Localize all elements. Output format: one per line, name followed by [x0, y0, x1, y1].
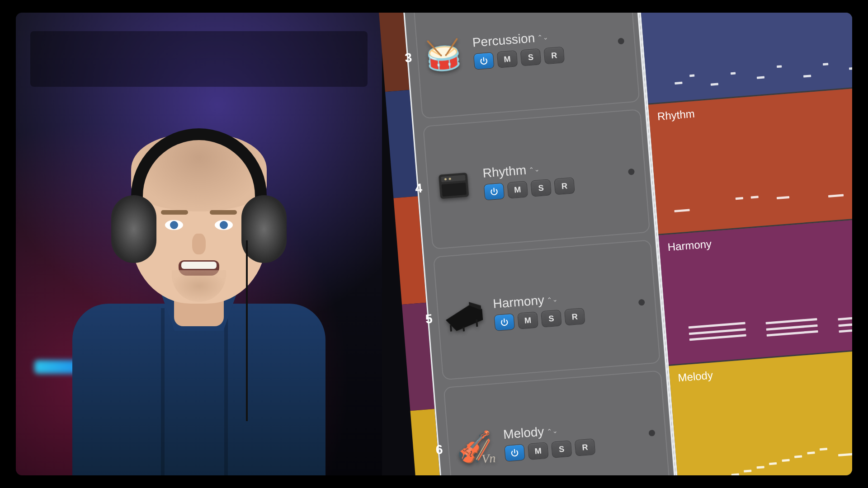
track-activity-led — [638, 299, 645, 306]
region-harmony[interactable]: Harmony — [659, 214, 852, 366]
mute-button[interactable]: M — [528, 442, 549, 460]
record-button[interactable]: R — [554, 177, 575, 195]
power-button[interactable] — [494, 314, 515, 331]
track-name[interactable]: Percussion — [472, 31, 536, 50]
midi-notes — [661, 162, 852, 225]
power-button[interactable] — [504, 444, 525, 462]
record-button[interactable]: R — [543, 47, 565, 64]
region-label: Harmony — [667, 238, 712, 253]
region-label: Rhythm — [657, 108, 695, 122]
chevron-up-down-icon[interactable]: ⌃⌄ — [537, 33, 548, 42]
midi-notes — [651, 31, 852, 94]
record-button[interactable]: R — [564, 308, 585, 325]
track-number: 4 — [406, 181, 423, 197]
chevron-up-down-icon[interactable]: ⌃⌄ — [547, 427, 558, 435]
studio-led-glow — [34, 360, 107, 374]
track-list: 3 🥁 Percussion ⌃⌄ M S R — [402, 13, 677, 475]
solo-button[interactable]: S — [551, 440, 572, 458]
track-row[interactable]: 5 Harmony ⌃⌄ M S — [433, 239, 660, 380]
midi-notes — [682, 423, 852, 475]
record-button[interactable]: R — [575, 438, 596, 456]
thumbnail-stage: 3 🥁 Percussion ⌃⌄ M S R — [0, 0, 868, 488]
instrument-short-label: Vn — [481, 451, 496, 466]
headphones-icon — [118, 132, 280, 304]
mute-button[interactable]: M — [517, 311, 538, 329]
mute-button[interactable]: M — [507, 181, 528, 198]
content-frame: 3 🥁 Percussion ⌃⌄ M S R — [16, 13, 852, 475]
background-shelf — [30, 31, 367, 87]
track-number: 3 — [395, 51, 412, 66]
region-label: Melody — [678, 369, 713, 384]
drums-icon: 🥁 — [420, 32, 467, 78]
track-number: 5 — [416, 312, 433, 328]
chevron-up-down-icon[interactable]: ⌃⌄ — [547, 296, 558, 304]
solo-button[interactable]: S — [520, 48, 542, 66]
piano-icon — [441, 293, 487, 340]
daw-panel: 3 🥁 Percussion ⌃⌄ M S R — [377, 13, 852, 475]
amp-icon — [430, 162, 477, 209]
presenter-panel — [16, 13, 382, 475]
track-name[interactable]: Melody — [503, 424, 544, 442]
region-rhythm[interactable]: Rhythm — [648, 84, 852, 235]
track-activity-led — [628, 169, 635, 175]
svg-rect-7 — [462, 327, 465, 331]
track-name[interactable]: Harmony — [492, 293, 545, 311]
solo-button[interactable]: S — [530, 179, 552, 197]
track-activity-led — [648, 430, 655, 436]
chevron-up-down-icon[interactable]: ⌃⌄ — [528, 165, 540, 174]
track-name[interactable]: Rhythm — [482, 163, 527, 180]
track-activity-led — [618, 38, 624, 45]
track-row[interactable]: 4 Rhythm ⌃⌄ M S — [423, 109, 650, 249]
mute-button[interactable]: M — [497, 50, 518, 68]
midi-notes — [672, 292, 852, 356]
track-row[interactable]: 6 🎻Vn Melody ⌃⌄ M S — [443, 370, 671, 475]
solo-button[interactable]: S — [541, 310, 562, 327]
violin-icon: 🎻Vn — [451, 424, 498, 470]
region-melody[interactable]: Melody # — [669, 345, 852, 475]
track-row[interactable]: 3 🥁 Percussion ⌃⌄ M S R — [412, 13, 640, 119]
svg-rect-2 — [442, 183, 467, 197]
power-button[interactable] — [484, 183, 505, 200]
track-number: 6 — [426, 442, 443, 458]
power-button[interactable] — [473, 52, 495, 70]
presenter-figure — [54, 123, 344, 475]
